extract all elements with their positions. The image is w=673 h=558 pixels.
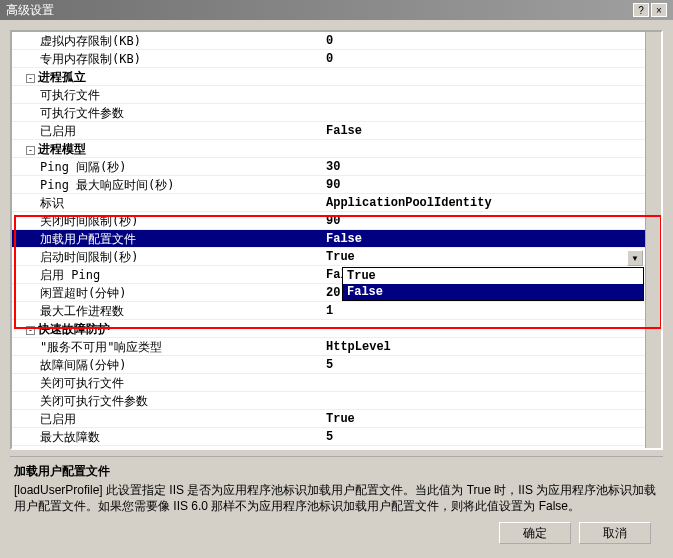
property-value[interactable]: HttpLevel: [322, 338, 661, 355]
property-label: 关闭时间限制(秒): [12, 212, 322, 229]
property-label: "服务不可用"响应类型: [12, 338, 322, 355]
property-row[interactable]: 关闭可执行文件: [12, 374, 661, 392]
property-row[interactable]: 最大故障数5: [12, 428, 661, 446]
property-label: -进程模型: [12, 140, 322, 157]
property-value[interactable]: 1: [322, 302, 661, 319]
property-label: 可执行文件: [12, 86, 322, 103]
property-row[interactable]: 标识ApplicationPoolIdentity: [12, 194, 661, 212]
collapse-toggle-icon[interactable]: -: [26, 326, 35, 335]
category-row[interactable]: -快速故障防护: [12, 320, 661, 338]
property-label: -快速故障防护: [12, 320, 322, 337]
description-title: 加载用户配置文件: [14, 463, 659, 480]
property-row[interactable]: 可执行文件: [12, 86, 661, 104]
property-label: -进程孤立: [12, 68, 322, 85]
category-row[interactable]: -进程孤立: [12, 68, 661, 86]
category-row[interactable]: -进程模型: [12, 140, 661, 158]
dropdown-list[interactable]: True False: [342, 267, 644, 301]
property-row[interactable]: 虚拟内存限制(KB)0: [12, 32, 661, 50]
property-label: 虚拟内存限制(KB): [12, 32, 322, 49]
description-text: [loadUserProfile] 此设置指定 IIS 是否为应用程序池标识加载…: [14, 482, 659, 514]
property-row[interactable]: 最大工作进程数1: [12, 302, 661, 320]
property-label: 启动时间限制(秒): [12, 248, 322, 265]
property-value: [322, 140, 661, 157]
property-row[interactable]: 专用内存限制(KB)0: [12, 50, 661, 68]
titlebar: 高级设置 ? ×: [0, 0, 673, 20]
close-button[interactable]: ×: [651, 3, 667, 17]
property-label: 关闭可执行文件参数: [12, 392, 322, 409]
property-value[interactable]: ApplicationPoolIdentity: [322, 194, 661, 211]
scrollbar[interactable]: [645, 32, 661, 448]
property-value[interactable]: [322, 104, 661, 121]
property-value[interactable]: 0: [322, 50, 661, 67]
cancel-button[interactable]: 取消: [579, 522, 651, 544]
button-row: 确定 取消: [10, 514, 663, 544]
property-value[interactable]: False: [322, 230, 661, 247]
property-row[interactable]: 故障间隔(分钟)5: [12, 356, 661, 374]
property-value[interactable]: 30: [322, 158, 661, 175]
property-label: 启用 Ping: [12, 266, 322, 283]
property-value[interactable]: [322, 374, 661, 391]
titlebar-buttons: ? ×: [633, 3, 667, 17]
property-label: 最大工作进程数: [12, 302, 322, 319]
property-value[interactable]: 5: [322, 428, 661, 445]
property-grid-rows: 虚拟内存限制(KB)0专用内存限制(KB)0-进程孤立可执行文件可执行文件参数已…: [12, 32, 661, 448]
property-value[interactable]: 90: [322, 176, 661, 193]
property-row[interactable]: 已启用True: [12, 410, 661, 428]
property-value[interactable]: 5: [322, 356, 661, 373]
property-value[interactable]: True: [322, 410, 661, 427]
window-title: 高级设置: [6, 2, 54, 19]
property-row[interactable]: 启动时间限制(秒)True: [12, 248, 661, 266]
property-row[interactable]: Ping 最大响应时间(秒)90: [12, 176, 661, 194]
help-button[interactable]: ?: [633, 3, 649, 17]
collapse-toggle-icon[interactable]: -: [26, 146, 35, 155]
property-row[interactable]: 关闭时间限制(秒)90: [12, 212, 661, 230]
dropdown-option-true[interactable]: True: [343, 268, 643, 284]
property-label: 专用内存限制(KB): [12, 50, 322, 67]
collapse-toggle-icon[interactable]: -: [26, 74, 35, 83]
property-value[interactable]: [322, 392, 661, 409]
property-label: 已启用: [12, 410, 322, 427]
property-value[interactable]: False: [322, 122, 661, 139]
property-label: 闲置超时(分钟): [12, 284, 322, 301]
description-panel: 加载用户配置文件 [loadUserProfile] 此设置指定 IIS 是否为…: [10, 456, 663, 514]
property-label: 可执行文件参数: [12, 104, 322, 121]
property-row[interactable]: 加载用户配置文件False: [12, 230, 661, 248]
property-row[interactable]: 已启用False: [12, 122, 661, 140]
property-value[interactable]: True: [322, 248, 661, 265]
dialog-body: 虚拟内存限制(KB)0专用内存限制(KB)0-进程孤立可执行文件可执行文件参数已…: [0, 20, 673, 554]
property-label: 最大故障数: [12, 428, 322, 445]
property-label: 故障间隔(分钟): [12, 356, 322, 373]
property-value: [322, 68, 661, 85]
property-value[interactable]: 90: [322, 212, 661, 229]
property-value: [322, 320, 661, 337]
dropdown-button[interactable]: ▼: [627, 250, 643, 266]
property-label: Ping 最大响应时间(秒): [12, 176, 322, 193]
property-row[interactable]: 关闭可执行文件参数: [12, 392, 661, 410]
ok-button[interactable]: 确定: [499, 522, 571, 544]
property-label: Ping 间隔(秒): [12, 158, 322, 175]
property-label: 关闭可执行文件: [12, 374, 322, 391]
property-label: 标识: [12, 194, 322, 211]
property-label: 加载用户配置文件: [12, 230, 322, 247]
property-row[interactable]: Ping 间隔(秒)30: [12, 158, 661, 176]
property-row[interactable]: 可执行文件参数: [12, 104, 661, 122]
dropdown-option-false[interactable]: False: [343, 284, 643, 300]
property-value[interactable]: [322, 86, 661, 103]
property-label: 已启用: [12, 122, 322, 139]
property-value[interactable]: 0: [322, 32, 661, 49]
property-row[interactable]: "服务不可用"响应类型HttpLevel: [12, 338, 661, 356]
property-grid: 虚拟内存限制(KB)0专用内存限制(KB)0-进程孤立可执行文件可执行文件参数已…: [10, 30, 663, 450]
